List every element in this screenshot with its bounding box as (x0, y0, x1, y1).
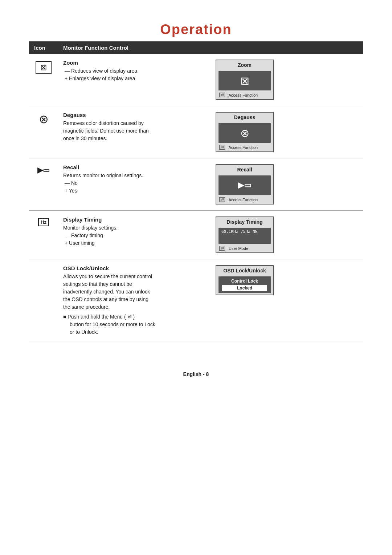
table-row: ⊗ Degauss Removes color distortion cause… (29, 106, 363, 158)
preview-box: Degauss ⊗ ⏎ : Access Function (216, 112, 274, 152)
desc-line: the same procedure. (63, 303, 205, 311)
preview-inner: ⊠ (219, 71, 271, 90)
func-desc: Allows you to secure the current control… (63, 273, 205, 336)
func-name: Display Timing (63, 216, 205, 223)
preview-title: Recall (216, 165, 273, 174)
preview-title: Display Timing (216, 217, 273, 226)
preview-inner: Control Lock Locked (219, 276, 271, 293)
zoom-icon: ⊠ (36, 61, 52, 74)
desc-line: Allows you to secure the current control (63, 273, 205, 280)
preview-cell: Recall ▶▭ ⏎ : Access Function (211, 158, 363, 211)
col-icon-header: Icon (29, 42, 58, 54)
function-cell: Degauss Removes color distortion caused … (58, 106, 211, 158)
preview-footer: ⏎ : Access Function (216, 144, 273, 151)
preview-box: Recall ▶▭ ⏎ : Access Function (216, 164, 274, 204)
preview-footer-text: : Access Function (226, 145, 258, 150)
table-row: Hz Display Timing Monitor display settin… (29, 211, 363, 259)
preview-title: Zoom (216, 60, 273, 69)
preview-zoom-icon: ⊠ (240, 74, 249, 87)
desc-line: + User timing (63, 239, 205, 247)
enter-icon: ⏎ (219, 93, 225, 97)
icon-cell (29, 259, 58, 342)
preview-inner: ▶▭ (219, 175, 271, 195)
desc-line: Removes color distortion caused by (63, 119, 205, 127)
desc-line: the OSD controls at any time by using (63, 296, 205, 303)
preview-inner: 60.1KHz 75Hz NN (219, 228, 271, 244)
preview-cell: Display Timing 60.1KHz 75Hz NN ⏎ : User … (211, 211, 363, 259)
preview-cell: Degauss ⊗ ⏎ : Access Function (211, 106, 363, 158)
enter-icon: ⏎ (219, 197, 225, 202)
preview-box: Display Timing 60.1KHz 75Hz NN ⏎ : User … (216, 216, 274, 253)
desc-line: inadvertently changed. You can unlock (63, 288, 205, 296)
page-title: Operation (29, 22, 363, 37)
desc-line: — No (63, 179, 205, 187)
page-footer: English - 8 (29, 371, 363, 377)
preview-footer-text: : Access Function (226, 198, 258, 202)
desc-line: button for 10 seconds or more to Lock (63, 321, 205, 328)
desc-line: + Enlarges view of display area (63, 75, 205, 82)
table-row: ⊠ Zoom — Reduces view of display area+ E… (29, 54, 363, 106)
footer-text: English - 8 (183, 371, 209, 377)
func-name: OSD Lock/Unlock (63, 265, 205, 271)
function-cell: Zoom — Reduces view of display area+ Enl… (58, 54, 211, 106)
icon-cell: ⊠ (29, 54, 58, 106)
func-desc: Returns monitor to original settings.— N… (63, 172, 205, 195)
preview-degauss-icon: ⊗ (240, 127, 249, 139)
table-row: ▶▭ Recall Returns monitor to original se… (29, 158, 363, 211)
lock-badge: Locked (222, 285, 267, 291)
desc-line: — Reduces view of display area (63, 67, 205, 75)
degauss-icon: ⊗ (39, 113, 49, 126)
desc-line: + Yes (63, 187, 205, 195)
function-cell: OSD Lock/Unlock Allows you to secure the… (58, 259, 211, 342)
desc-line: magnetic fields. Do not use more than (63, 127, 205, 135)
func-name: Degauss (63, 112, 205, 118)
desc-line: — Factory timing (63, 232, 205, 239)
desc-line: settings so that they cannot be (63, 280, 205, 288)
func-name: Recall (63, 164, 205, 170)
page-container: Operation Icon Monitor Function Control … (0, 0, 392, 555)
preview-box: OSD Lock/Unlock Control Lock Locked (216, 265, 274, 295)
func-desc: — Reduces view of display area+ Enlarges… (63, 67, 205, 82)
preview-footer: ⏎ : User Mode (216, 245, 273, 252)
preview-inner: ⊗ (219, 123, 271, 143)
preview-title: OSD Lock/Unlock (216, 266, 273, 275)
table-header: Icon Monitor Function Control (29, 42, 363, 54)
preview-footer: ⏎ : Access Function (216, 92, 273, 99)
desc-line: once in 30 minutes. (63, 135, 205, 142)
col-function-header: Monitor Function Control (58, 42, 363, 54)
desc-line: ■ Push and hold the Menu ( ⏎ ) (63, 313, 205, 321)
desc-line: Returns monitor to original settings. (63, 172, 205, 179)
enter-icon: ⏎ (219, 145, 225, 150)
preview-timing-text: 60.1KHz 75Hz NN (221, 229, 268, 234)
preview-cell: OSD Lock/Unlock Control Lock Locked (211, 259, 363, 342)
table-body: ⊠ Zoom — Reduces view of display area+ E… (29, 54, 363, 342)
preview-cell: Zoom ⊠ ⏎ : Access Function (211, 54, 363, 106)
preview-recall-icon: ▶▭ (238, 181, 252, 190)
recall-icon: ▶▭ (37, 166, 50, 174)
function-cell: Display Timing Monitor display settings.… (58, 211, 211, 259)
icon-cell: ⊗ (29, 106, 58, 158)
preview-title: Degauss (216, 113, 273, 122)
enter-icon: ⏎ (219, 246, 225, 251)
icon-cell: ▶▭ (29, 158, 58, 211)
function-cell: Recall Returns monitor to original setti… (58, 158, 211, 211)
preview-box: Zoom ⊠ ⏎ : Access Function (216, 60, 274, 100)
preview-footer-text: : User Mode (226, 246, 248, 251)
desc-line: Monitor display settings. (63, 224, 205, 232)
icon-cell: Hz (29, 211, 58, 259)
function-table: Icon Monitor Function Control ⊠ Zoom — R… (29, 42, 363, 342)
lock-title: Control Lock (222, 279, 267, 284)
table-row: OSD Lock/Unlock Allows you to secure the… (29, 259, 363, 342)
desc-line: or to Unlock. (63, 328, 205, 336)
func-desc: Removes color distortion caused bymagnet… (63, 119, 205, 142)
preview-footer: ⏎ : Access Function (216, 197, 273, 204)
hz-icon: Hz (38, 218, 49, 226)
func-name: Zoom (63, 60, 205, 66)
func-desc: Monitor display settings.— Factory timin… (63, 224, 205, 247)
preview-footer-text: : Access Function (226, 93, 258, 97)
